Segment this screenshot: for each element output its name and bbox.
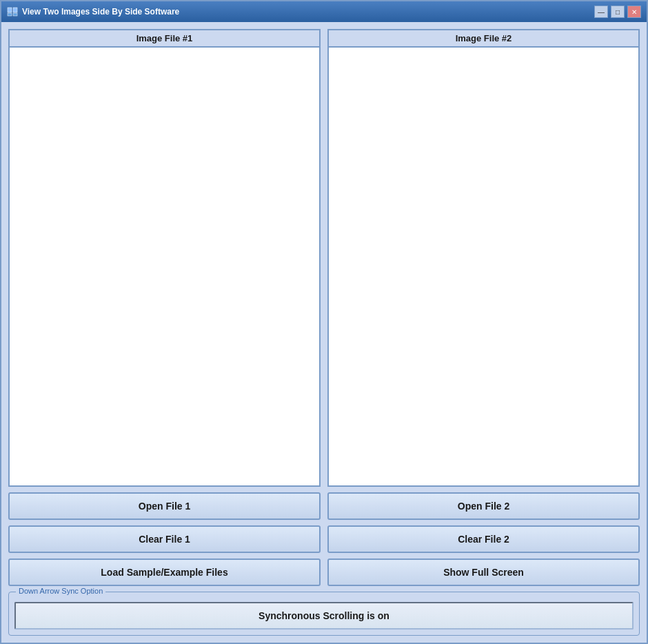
title-bar: View Two Images Side By Side Software — … — [1, 1, 647, 22]
image-panels: Image File #1 Image File #2 — [8, 29, 640, 487]
close-button[interactable]: ✕ — [627, 6, 641, 18]
panel1-scroll[interactable] — [10, 48, 319, 485]
sync-section: Down Arrow Sync Option Synchronous Scrol… — [8, 592, 640, 636]
svg-rect-2 — [8, 13, 12, 16]
extra-buttons-row: Load Sample/Example Files Show Full Scre… — [8, 559, 640, 586]
app-icon — [7, 6, 18, 17]
minimize-button[interactable]: — — [594, 6, 608, 18]
open-files-row: Open File 1 Open File 2 — [8, 492, 640, 520]
load-sample-button[interactable]: Load Sample/Example Files — [8, 559, 321, 586]
title-bar-left: View Two Images Side By Side Software — [7, 6, 179, 17]
svg-rect-1 — [13, 8, 17, 12]
svg-rect-0 — [8, 8, 12, 12]
image-panel-1: Image File #1 — [8, 29, 321, 487]
clear-file2-button[interactable]: Clear File 2 — [327, 525, 640, 553]
panel1-content — [10, 48, 319, 485]
image-panel-2: Image File #2 — [327, 29, 640, 487]
clear-files-row: Clear File 1 Clear File 2 — [8, 525, 640, 553]
main-window: View Two Images Side By Side Software — … — [0, 0, 648, 644]
main-content: Image File #1 Image File #2 Open F — [1, 22, 647, 643]
svg-rect-3 — [13, 13, 17, 16]
panel1-image — [10, 48, 285, 427]
panel1-header: Image File #1 — [10, 30, 319, 48]
sync-group-label: Down Arrow Sync Option — [16, 587, 105, 595]
show-fullscreen-button[interactable]: Show Full Screen — [327, 559, 640, 586]
open-file2-button[interactable]: Open File 2 — [327, 492, 640, 520]
sync-scroll-button[interactable]: Synchronous Scrolling is on — [14, 602, 634, 630]
panel2-header: Image File #2 — [329, 30, 638, 48]
panel2-content — [329, 48, 638, 485]
open-file1-button[interactable]: Open File 1 — [8, 492, 321, 520]
panel2-scroll[interactable] — [329, 48, 638, 485]
maximize-button[interactable]: □ — [611, 6, 625, 18]
window-title: View Two Images Side By Side Software — [22, 7, 179, 17]
title-bar-controls: — □ ✕ — [594, 6, 641, 18]
panel2-image — [329, 48, 605, 427]
clear-file1-button[interactable]: Clear File 1 — [8, 525, 321, 553]
